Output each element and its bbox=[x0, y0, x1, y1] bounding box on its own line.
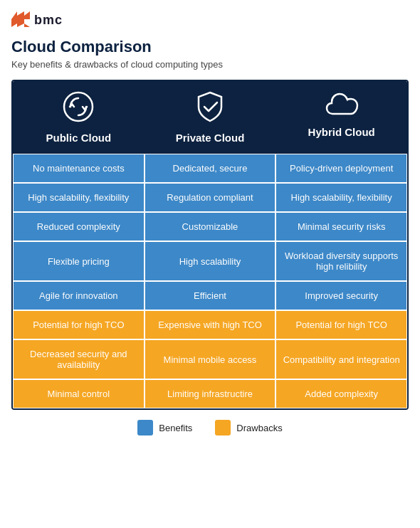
col-header-private: Private Cloud bbox=[145, 81, 276, 154]
cell-r2-c2: Minimal security risks bbox=[275, 212, 407, 241]
benefit-color-swatch bbox=[137, 420, 153, 435]
cell-r5-c2: Potential for high TCO bbox=[275, 310, 407, 339]
cell-r0-c0: No maintenance costs bbox=[13, 154, 145, 183]
cell-r7-c1: Limiting infrastructire bbox=[145, 379, 276, 408]
cell-r7-c0: Minimal control bbox=[13, 379, 145, 408]
cell-r5-c1: Expensive with high TCO bbox=[145, 310, 276, 339]
cell-r6-c0: Decreased security and availability bbox=[13, 339, 145, 379]
cell-r6-c1: Minimal mobile access bbox=[145, 339, 276, 379]
comparison-table: Public Cloud Private Cloud bbox=[11, 80, 409, 410]
cell-r3-c1: High scalability bbox=[145, 241, 276, 281]
cell-r2-c0: Reduced complexity bbox=[13, 212, 145, 241]
table-row-7: Minimal controlLimiting infrastructireAd… bbox=[13, 379, 407, 408]
cell-r1-c0: High scalability, flexibility bbox=[13, 183, 145, 212]
col-label-hybrid: Hybrid Cloud bbox=[281, 126, 401, 138]
drawback-label: Drawbacks bbox=[236, 423, 282, 433]
col-label-public: Public Cloud bbox=[19, 132, 139, 144]
col-header-public: Public Cloud bbox=[13, 81, 145, 154]
table-row-0: No maintenance costsDedicated, securePol… bbox=[13, 154, 407, 183]
drawback-color-swatch bbox=[215, 420, 231, 435]
cell-r5-c0: Potential for high TCO bbox=[13, 310, 145, 339]
legend: Benefits Drawbacks bbox=[11, 420, 409, 435]
bmc-logo-icon bbox=[11, 11, 30, 29]
header-row: Public Cloud Private Cloud bbox=[13, 81, 407, 154]
cell-r3-c2: Workload diversity supports high relibil… bbox=[275, 241, 407, 281]
table-row-6: Decreased security and availabilityMinim… bbox=[13, 339, 407, 379]
legend-drawback: Drawbacks bbox=[215, 420, 282, 435]
table-row-2: Reduced complexityCustomizableMinimal se… bbox=[13, 212, 407, 241]
col-label-private: Private Cloud bbox=[150, 132, 271, 144]
page-title: Cloud Comparison bbox=[11, 38, 409, 56]
benefit-label: Benefits bbox=[159, 423, 192, 433]
cell-r4-c1: Efficient bbox=[145, 281, 276, 310]
cell-r0-c1: Dedicated, secure bbox=[145, 154, 276, 183]
svg-point-1 bbox=[64, 93, 93, 121]
public-cloud-icon bbox=[19, 91, 139, 127]
cell-r3-c0: Flexible pricing bbox=[13, 241, 145, 281]
private-cloud-icon bbox=[150, 91, 271, 127]
logo-area: bmc bbox=[11, 11, 409, 29]
table-row-1: High scalability, flexibilityRegulation … bbox=[13, 183, 407, 212]
col-header-hybrid: Hybrid Cloud bbox=[275, 81, 407, 154]
hybrid-cloud-icon bbox=[281, 91, 401, 122]
cell-r1-c2: High scalability, flexibility bbox=[275, 183, 407, 212]
cell-r4-c2: Improved security bbox=[275, 281, 407, 310]
table-row-4: Agile for innovationEfficientImproved se… bbox=[13, 281, 407, 310]
cell-r6-c2: Compatibility and integration bbox=[275, 339, 407, 379]
cell-r2-c1: Customizable bbox=[145, 212, 276, 241]
table-row-3: Flexible pricingHigh scalabilityWorkload… bbox=[13, 241, 407, 281]
svg-marker-0 bbox=[11, 11, 30, 27]
table-row-5: Potential for high TCOExpensive with hig… bbox=[13, 310, 407, 339]
bmc-logo-text: bmc bbox=[34, 13, 63, 28]
cell-r4-c0: Agile for innovation bbox=[13, 281, 145, 310]
legend-benefit: Benefits bbox=[137, 420, 192, 435]
cell-r0-c2: Policy-driven deployment bbox=[275, 154, 407, 183]
cell-r7-c2: Added complexity bbox=[275, 379, 407, 408]
cell-r1-c1: Regulation compliant bbox=[145, 183, 276, 212]
page-subtitle: Key benefits & drawbacks of cloud comput… bbox=[11, 59, 409, 70]
